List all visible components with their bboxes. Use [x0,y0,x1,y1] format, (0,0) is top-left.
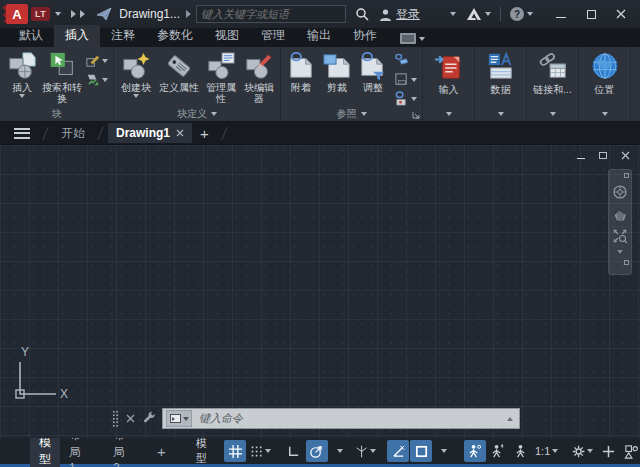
workspace-switching-button[interactable] [569,440,596,462]
chevron-down-icon[interactable] [617,250,623,254]
minimize-button[interactable] [546,2,576,26]
share-button[interactable] [91,2,117,26]
ribbon-tab-parametric[interactable]: 参数化 [146,25,204,47]
help-search-box[interactable] [196,5,346,23]
command-line-close-button[interactable] [124,414,141,423]
ribbon-tab-home[interactable]: 默认 [8,25,54,47]
navbar-handle-icon [624,173,629,178]
chevron-up-icon[interactable] [507,417,513,421]
new-layout-button[interactable]: + [148,440,175,463]
command-input[interactable]: 键入命令 [162,408,520,429]
dialog-launcher-icon[interactable] [412,111,420,119]
isometric-drafting-toggle[interactable] [352,440,379,462]
snap-to-underlays-button[interactable] [394,91,417,106]
isolate-objects-button[interactable] [620,440,640,462]
close-button[interactable] [606,2,636,26]
insert-block-label: 插入 [12,82,32,93]
panel-expand-link[interactable] [527,106,578,121]
sync-attribute-button[interactable] [85,72,108,87]
polar-tracking-toggle[interactable] [306,440,328,462]
command-prompt-icon [170,414,181,423]
ribbon-tab-annotate[interactable]: 注释 [100,25,146,47]
command-line-grip[interactable] [112,410,119,427]
divider [179,445,184,458]
quick-access-dropdown[interactable] [50,2,66,26]
adjust-label: 调整 [363,82,383,93]
drawing-restore-button[interactable] [594,148,612,162]
file-tabs-menu-icon[interactable] [14,128,30,139]
panel-expand-location[interactable] [579,106,630,121]
annotation-scale-value-button[interactable]: 1:1 [533,440,561,462]
annotation-visibility-toggle[interactable] [464,440,486,462]
ribbon-tab-manage[interactable]: 管理 [250,25,296,47]
ribbon-tab-collaborate[interactable]: 协作 [342,25,388,47]
ribbon-tab-view[interactable]: 视图 [204,25,250,47]
snap-mode-toggle[interactable] [247,440,274,462]
ribbon-tab-output[interactable]: 输出 [296,25,342,47]
ribbon-tab-insert[interactable]: 插入 [54,25,100,47]
define-attributes-button[interactable]: 定义属性 [156,49,202,106]
frames-button[interactable] [394,72,417,87]
panel-title-reference[interactable]: 参照 [281,106,422,121]
adjust-button[interactable]: 调整 [355,49,391,106]
link-extract-button[interactable]: 链接和... [527,47,578,106]
set-location-button[interactable]: 位置 [579,47,630,106]
block-editor-button[interactable]: 块编辑器 [240,49,278,106]
model-space-button[interactable]: 模型 [189,436,223,466]
status-bar: 模型 布局1 布局2 + 模型 [0,438,640,467]
panel-expand-import[interactable] [423,106,474,121]
data-button[interactable]: 数据 [475,47,526,106]
object-snap-tracking-toggle[interactable] [387,440,409,462]
annotation-scale-value: 1:1 [535,445,550,457]
annotation-scale-person-button[interactable] [510,440,532,462]
user-icon [379,8,392,21]
panel-expand-data[interactable] [475,106,526,121]
attach-button[interactable]: 附着 [283,49,319,106]
clip-icon [322,51,352,81]
navigation-bar[interactable] [608,169,632,275]
sign-in-button[interactable]: 登录 [374,2,425,26]
drawing-canvas[interactable]: Y X 键入命令 [0,145,640,438]
autodesk-apps-button[interactable] [461,2,496,26]
insert-block-button[interactable]: 插入 [2,49,42,106]
tab-drawing1[interactable]: Drawing1 [108,123,192,143]
grid-display-toggle[interactable] [224,440,246,462]
create-block-button[interactable]: 创建块 [116,49,156,106]
pan-hand-icon[interactable] [612,206,628,222]
chevron-down-icon [102,59,108,63]
zoom-extents-icon[interactable] [612,228,628,244]
ribbon-display-options-button[interactable] [394,31,431,47]
maximize-icon [587,10,596,19]
object-snap-toggle[interactable] [410,440,432,462]
annotation-autoscale-toggle[interactable] [487,440,509,462]
signin-dropdown[interactable] [445,2,461,26]
app-menu-button[interactable]: A [6,4,28,24]
panel-title-block-definition[interactable]: 块定义 [114,106,280,121]
polar-tracking-dropdown[interactable] [329,440,351,462]
edit-attribute-button[interactable] [85,53,108,68]
quick-access-expand-button[interactable] [66,2,91,26]
object-snap-dropdown[interactable] [433,440,455,462]
drawing-close-button[interactable] [616,148,634,162]
steering-wheel-icon[interactable] [612,184,628,200]
manage-attributes-button[interactable]: 管理属性 [202,49,240,106]
command-line-customize-button[interactable] [143,410,156,428]
recent-commands-button[interactable] [166,410,192,427]
maximize-button[interactable] [576,2,606,26]
ortho-mode-toggle[interactable] [283,440,305,462]
manage-attributes-icon [206,51,236,81]
clip-button[interactable]: 剪裁 [319,49,355,106]
underlay-layers-button[interactable] [394,53,417,68]
help-button[interactable]: ? [505,2,538,26]
search-input[interactable] [201,8,344,20]
search-convert-button[interactable]: 搜索和转换 [42,49,82,106]
new-drawing-tab-button[interactable]: + [192,125,217,142]
chevron-down-icon [133,94,139,98]
clean-screen-button[interactable] [597,440,619,462]
tab-close-button[interactable] [176,129,184,137]
drawing-minimize-button[interactable] [572,148,590,162]
search-button[interactable] [350,2,374,26]
import-button[interactable]: 输入 [423,47,474,106]
panel-title-block[interactable]: 块 [0,106,113,121]
tab-start[interactable]: 开始 [53,122,93,145]
